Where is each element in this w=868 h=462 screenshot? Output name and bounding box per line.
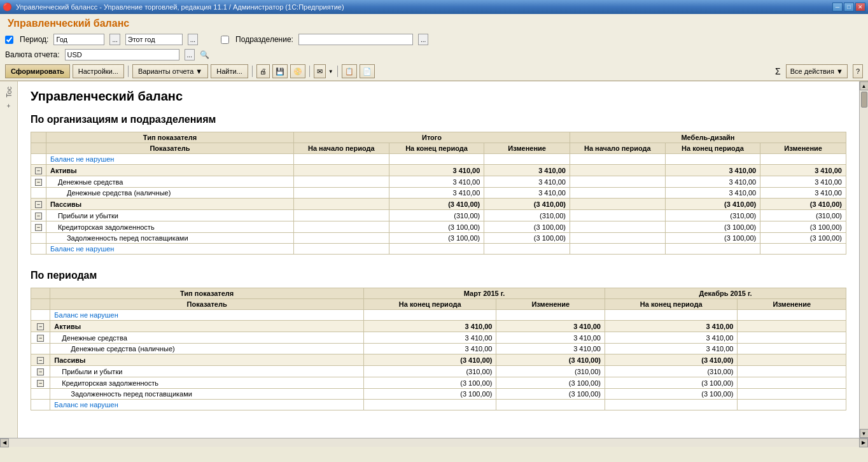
data-cell-4-3 [570, 199, 665, 210]
table1-row-7: Задолженность перед поставщиками(3 100,0… [31, 233, 846, 244]
table1-row-6: −Кредиторская задолженность(3 100,00)(3 … [31, 221, 846, 233]
data-cell-5-2: (310,00) [484, 210, 570, 221]
data-cell-1-2: 3 410,00 [484, 165, 570, 176]
data2-cell-6-1: (3 100,00) [496, 377, 605, 389]
expand-cell-2: − [31, 176, 46, 188]
search-icon[interactable]: 🔍 [200, 50, 209, 59]
data-cell-0-4 [665, 154, 760, 165]
data-cell-1-3 [570, 165, 665, 176]
data-cell-3-1: 3 410,00 [389, 188, 484, 199]
collapse2-btn-1[interactable]: − [37, 323, 44, 330]
help-button[interactable]: ? [853, 64, 863, 78]
subdivision-dots[interactable]: ... [418, 34, 428, 45]
scroll-up-arrow[interactable]: ▲ [860, 81, 869, 90]
label-cell-7: Задолженность перед поставщиками [46, 233, 293, 244]
scroll-left-arrow[interactable]: ◀ [0, 438, 9, 447]
expand2-cell-4: − [31, 354, 50, 366]
collapse-btn-2[interactable]: − [35, 179, 42, 186]
data2-cell-0-0 [364, 310, 496, 321]
currency-dots[interactable]: ... [185, 49, 195, 60]
table2-row-1: −Активы3 410,003 410,003 410,00 [31, 321, 846, 332]
paste-button[interactable]: 📄 [360, 64, 375, 78]
label2-cell-3: Денежные средства (наличные) [50, 344, 364, 354]
period-value-input[interactable] [125, 34, 183, 45]
collapse2-btn-5[interactable]: − [37, 368, 44, 375]
th1-pokazatel: Показатель [46, 143, 293, 154]
th1-mebel: Мебель-дизайн [570, 132, 846, 143]
data-cell-7-2: (3 100,00) [484, 233, 570, 244]
table2-row-8: Баланс не нарушен [31, 400, 846, 410]
copy-button[interactable]: 📋 [342, 64, 357, 78]
expand2-cell-3 [31, 344, 50, 354]
email-button[interactable]: ✉ [314, 64, 326, 78]
data2-cell-3-3 [738, 344, 846, 354]
data2-cell-0-3 [738, 310, 846, 321]
currency-input[interactable] [65, 49, 179, 60]
data2-cell-6-3 [738, 377, 846, 389]
variants-button[interactable]: Варианты отчета ▼ [132, 64, 208, 78]
data2-cell-8-2 [605, 400, 737, 410]
close-button[interactable]: ✕ [855, 3, 865, 11]
collapse2-btn-6[interactable]: − [37, 380, 44, 387]
label2-cell-0[interactable]: Баланс не нарушен [50, 310, 364, 321]
print-button[interactable]: 🖨 [256, 64, 270, 78]
data2-cell-3-1: 3 410,00 [496, 344, 605, 354]
data-cell-4-0 [294, 199, 389, 210]
collapse-btn-5[interactable]: − [35, 213, 42, 220]
settings-button[interactable]: Настройки... [73, 64, 124, 78]
subdivision-checkbox[interactable] [221, 36, 229, 44]
data-cell-0-0 [294, 154, 389, 165]
th1-end1: На конец периода [389, 143, 484, 154]
data-cell-8-1 [389, 244, 484, 255]
data-cell-2-4: 3 410,00 [665, 176, 760, 188]
subdivision-input[interactable] [298, 34, 413, 45]
right-scrollbar[interactable]: ▲ ▼ [859, 81, 868, 438]
label-cell-0[interactable]: Баланс не нарушен [46, 154, 293, 165]
expand-all-icon[interactable]: + [7, 102, 11, 109]
find-button[interactable]: Найти... [211, 64, 248, 78]
subdivision-label: Подразделение: [235, 35, 293, 44]
period-checkbox[interactable] [5, 36, 13, 44]
period-type-input[interactable] [53, 34, 104, 45]
table1-row-2: −Денежные средства3 410,003 410,003 410,… [31, 176, 846, 188]
collapse-btn-4[interactable]: − [35, 201, 42, 208]
data-cell-0-1 [389, 154, 484, 165]
data-cell-8-5 [760, 244, 846, 255]
th1-start2: На начало периода [570, 143, 665, 154]
form-row-1: Период: ... ... Подразделение: ... [0, 32, 868, 47]
data-cell-1-5: 3 410,00 [760, 165, 846, 176]
data2-cell-1-2: 3 410,00 [605, 321, 737, 332]
scroll-thumb[interactable] [861, 92, 867, 108]
restore-button[interactable]: □ [844, 3, 854, 11]
table2-row-4: −Пассивы(3 410,00)(3 410,00)(3 410,00) [31, 354, 846, 366]
collapse-btn-6[interactable]: − [35, 224, 42, 231]
label2-cell-8[interactable]: Баланс не нарушен [50, 400, 364, 410]
period-value-dots[interactable]: ... [188, 34, 198, 45]
data2-cell-8-0 [364, 400, 496, 410]
all-actions-button[interactable]: Все действия ▼ [786, 64, 848, 78]
generate-button[interactable]: Сформировать [5, 64, 70, 78]
toolbar-separator-3 [309, 66, 310, 77]
data-cell-7-3 [570, 233, 665, 244]
data-cell-0-2 [484, 154, 570, 165]
minimize-button[interactable]: ─ [832, 3, 843, 11]
collapse-btn-1[interactable]: − [35, 167, 42, 174]
scroll-right-arrow[interactable]: ▶ [859, 438, 868, 447]
table1-body: Баланс не нарушен−Активы3 410,003 410,00… [31, 154, 846, 255]
data2-cell-6-0: (3 100,00) [364, 377, 496, 389]
period-type-dots[interactable]: ... [109, 34, 120, 45]
save-button[interactable]: 💾 [272, 64, 288, 78]
currency-label: Валюта отчета: [5, 50, 60, 59]
label-cell-2: Денежные средства [46, 176, 293, 188]
th2-pokazatel: Показатель [50, 299, 364, 310]
th2-col1: Тип показателя [50, 288, 364, 299]
data-cell-4-1: (3 410,00) [389, 199, 484, 210]
expand2-cell-1: − [31, 321, 50, 332]
table2-row-7: Задолженность перед поставщиками(3 100,0… [31, 389, 846, 400]
disk-button[interactable]: 📀 [290, 64, 305, 78]
collapse2-btn-4[interactable]: − [37, 357, 44, 364]
collapse2-btn-2[interactable]: − [37, 335, 44, 342]
label-cell-8[interactable]: Баланс не нарушен [46, 244, 293, 255]
scroll-down-arrow[interactable]: ▼ [860, 429, 869, 438]
email-dropdown-icon: ▼ [328, 69, 333, 74]
